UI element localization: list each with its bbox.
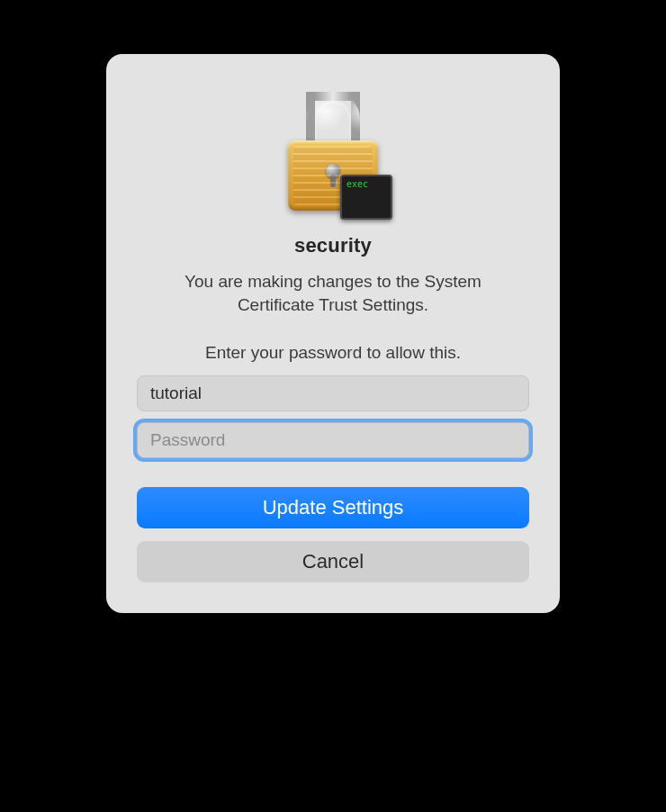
cancel-button[interactable]: Cancel [137, 541, 529, 582]
username-field[interactable] [137, 375, 529, 411]
dialog-prompt: Enter your password to allow this. [205, 343, 461, 363]
exec-badge-icon: exec [340, 175, 392, 220]
dialog-icon: exec [279, 92, 387, 218]
exec-badge-label: exec [346, 179, 368, 189]
update-settings-button[interactable]: Update Settings [137, 487, 529, 528]
dialog-message: You are making changes to the System Cer… [144, 270, 522, 316]
authorization-dialog: exec security You are making changes to … [106, 54, 560, 613]
password-field[interactable] [137, 422, 529, 458]
dialog-title: security [294, 234, 372, 257]
lock-keyhole-icon [326, 164, 340, 178]
